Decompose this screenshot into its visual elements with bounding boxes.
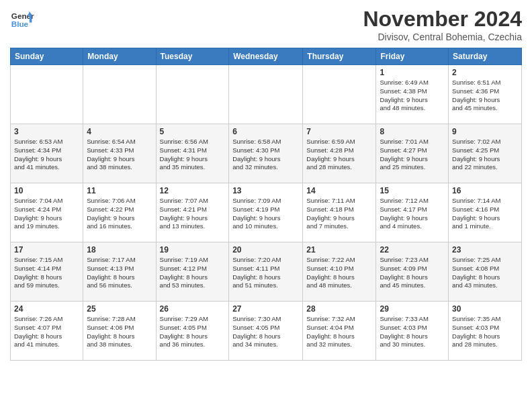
day-cell-3-0: 17Sunrise: 7:15 AM Sunset: 4:14 PM Dayli… [11,242,83,302]
day-info-18: Sunrise: 7:17 AM Sunset: 4:13 PM Dayligh… [87,256,152,290]
day-cell-2-2: 12Sunrise: 7:07 AM Sunset: 4:21 PM Dayli… [156,183,229,242]
day-cell-1-1: 4Sunrise: 6:54 AM Sunset: 4:33 PM Daylig… [83,124,156,183]
day-info-30: Sunrise: 7:35 AM Sunset: 4:03 PM Dayligh… [452,315,518,349]
day-cell-2-3: 13Sunrise: 7:09 AM Sunset: 4:19 PM Dayli… [229,183,303,242]
day-info-17: Sunrise: 7:15 AM Sunset: 4:14 PM Dayligh… [14,256,79,290]
day-cell-4-2: 26Sunrise: 7:29 AM Sunset: 4:05 PM Dayli… [156,302,229,361]
day-info-24: Sunrise: 7:26 AM Sunset: 4:07 PM Dayligh… [14,315,79,349]
day-cell-0-4 [303,65,376,124]
location: Divisov, Central Bohemia, Czechia [363,32,522,42]
day-number-5: 5 [160,127,226,136]
day-info-16: Sunrise: 7:14 AM Sunset: 4:16 PM Dayligh… [452,197,518,231]
day-number-8: 8 [380,127,445,136]
day-info-7: Sunrise: 6:59 AM Sunset: 4:28 PM Dayligh… [306,138,372,172]
day-number-1: 1 [380,68,445,77]
day-info-25: Sunrise: 7:28 AM Sunset: 4:06 PM Dayligh… [87,315,152,349]
day-info-29: Sunrise: 7:33 AM Sunset: 4:03 PM Dayligh… [380,315,445,349]
day-cell-0-5: 1Sunrise: 6:49 AM Sunset: 4:38 PM Daylig… [376,65,449,124]
day-number-13: 13 [232,186,299,195]
week-row-0: 1Sunrise: 6:49 AM Sunset: 4:38 PM Daylig… [11,65,522,124]
calendar-header-row: Sunday Monday Tuesday Wednesday Thursday… [11,48,522,65]
day-info-11: Sunrise: 7:06 AM Sunset: 4:22 PM Dayligh… [87,197,152,231]
week-row-2: 10Sunrise: 7:04 AM Sunset: 4:24 PM Dayli… [11,183,522,242]
day-info-1: Sunrise: 6:49 AM Sunset: 4:38 PM Dayligh… [380,79,445,113]
day-cell-4-0: 24Sunrise: 7:26 AM Sunset: 4:07 PM Dayli… [11,302,83,361]
day-cell-3-3: 20Sunrise: 7:20 AM Sunset: 4:11 PM Dayli… [229,242,303,302]
day-number-15: 15 [380,186,445,195]
day-number-23: 23 [452,245,518,255]
day-cell-3-4: 21Sunrise: 7:22 AM Sunset: 4:10 PM Dayli… [303,242,376,302]
day-number-29: 29 [380,304,445,314]
day-number-16: 16 [452,186,518,195]
day-cell-0-0 [11,65,83,124]
day-cell-3-5: 22Sunrise: 7:23 AM Sunset: 4:09 PM Dayli… [376,242,449,302]
week-row-1: 3Sunrise: 6:53 AM Sunset: 4:34 PM Daylig… [11,124,522,183]
logo: General Blue [10,7,34,31]
header-thursday: Thursday [303,48,376,65]
day-number-12: 12 [160,186,226,195]
page-header: General Blue November 2024 Divisov, Cent… [10,7,522,42]
day-cell-0-3 [229,65,303,124]
day-info-13: Sunrise: 7:09 AM Sunset: 4:19 PM Dayligh… [232,197,299,231]
day-cell-1-0: 3Sunrise: 6:53 AM Sunset: 4:34 PM Daylig… [11,124,83,183]
day-cell-1-6: 9Sunrise: 7:02 AM Sunset: 4:25 PM Daylig… [449,124,522,183]
day-cell-4-1: 25Sunrise: 7:28 AM Sunset: 4:06 PM Dayli… [83,302,156,361]
day-number-21: 21 [306,245,372,255]
day-info-20: Sunrise: 7:20 AM Sunset: 4:11 PM Dayligh… [232,256,299,290]
day-number-27: 27 [232,304,299,314]
day-number-9: 9 [452,127,518,136]
day-info-23: Sunrise: 7:25 AM Sunset: 4:08 PM Dayligh… [452,256,518,290]
header-sunday: Sunday [11,48,83,65]
day-cell-2-0: 10Sunrise: 7:04 AM Sunset: 4:24 PM Dayli… [11,183,83,242]
header-tuesday: Tuesday [156,48,229,65]
header-wednesday: Wednesday [229,48,303,65]
day-info-28: Sunrise: 7:32 AM Sunset: 4:04 PM Dayligh… [306,315,372,349]
day-number-22: 22 [380,245,445,255]
day-info-22: Sunrise: 7:23 AM Sunset: 4:09 PM Dayligh… [380,256,445,290]
day-info-27: Sunrise: 7:30 AM Sunset: 4:05 PM Dayligh… [232,315,299,349]
logo-icon: General Blue [10,7,34,31]
day-number-20: 20 [232,245,299,255]
day-cell-1-2: 5Sunrise: 6:56 AM Sunset: 4:31 PM Daylig… [156,124,229,183]
day-cell-4-3: 27Sunrise: 7:30 AM Sunset: 4:05 PM Dayli… [229,302,303,361]
day-info-26: Sunrise: 7:29 AM Sunset: 4:05 PM Dayligh… [160,315,226,349]
day-number-18: 18 [87,245,152,255]
day-info-10: Sunrise: 7:04 AM Sunset: 4:24 PM Dayligh… [14,197,79,231]
calendar: Sunday Monday Tuesday Wednesday Thursday… [10,48,522,361]
day-cell-4-6: 30Sunrise: 7:35 AM Sunset: 4:03 PM Dayli… [449,302,522,361]
month-year: November 2024 [363,7,522,32]
day-info-3: Sunrise: 6:53 AM Sunset: 4:34 PM Dayligh… [14,138,79,172]
day-number-25: 25 [87,304,152,314]
week-row-4: 24Sunrise: 7:26 AM Sunset: 4:07 PM Dayli… [11,302,522,361]
day-info-2: Sunrise: 6:51 AM Sunset: 4:36 PM Dayligh… [452,79,518,113]
day-number-3: 3 [14,127,79,136]
day-info-15: Sunrise: 7:12 AM Sunset: 4:17 PM Dayligh… [380,197,445,231]
day-info-9: Sunrise: 7:02 AM Sunset: 4:25 PM Dayligh… [452,138,518,172]
day-number-2: 2 [452,68,518,77]
day-cell-2-4: 14Sunrise: 7:11 AM Sunset: 4:18 PM Dayli… [303,183,376,242]
day-cell-4-5: 29Sunrise: 7:33 AM Sunset: 4:03 PM Dayli… [376,302,449,361]
day-info-12: Sunrise: 7:07 AM Sunset: 4:21 PM Dayligh… [160,197,226,231]
day-number-10: 10 [14,186,79,195]
day-cell-4-4: 28Sunrise: 7:32 AM Sunset: 4:04 PM Dayli… [303,302,376,361]
day-number-14: 14 [306,186,372,195]
day-number-19: 19 [160,245,226,255]
header-monday: Monday [83,48,156,65]
svg-text:Blue: Blue [11,19,29,28]
day-cell-3-6: 23Sunrise: 7:25 AM Sunset: 4:08 PM Dayli… [449,242,522,302]
day-number-11: 11 [87,186,152,195]
header-saturday: Saturday [449,48,522,65]
day-info-21: Sunrise: 7:22 AM Sunset: 4:10 PM Dayligh… [306,256,372,290]
title-section: November 2024 Divisov, Central Bohemia, … [363,7,522,42]
day-cell-2-6: 16Sunrise: 7:14 AM Sunset: 4:16 PM Dayli… [449,183,522,242]
header-friday: Friday [376,48,449,65]
day-cell-0-1 [83,65,156,124]
day-cell-0-2 [156,65,229,124]
day-cell-0-6: 2Sunrise: 6:51 AM Sunset: 4:36 PM Daylig… [449,65,522,124]
day-info-14: Sunrise: 7:11 AM Sunset: 4:18 PM Dayligh… [306,197,372,231]
day-cell-3-1: 18Sunrise: 7:17 AM Sunset: 4:13 PM Dayli… [83,242,156,302]
day-cell-1-4: 7Sunrise: 6:59 AM Sunset: 4:28 PM Daylig… [303,124,376,183]
day-number-17: 17 [14,245,79,255]
day-cell-1-3: 6Sunrise: 6:58 AM Sunset: 4:30 PM Daylig… [229,124,303,183]
day-info-8: Sunrise: 7:01 AM Sunset: 4:27 PM Dayligh… [380,138,445,172]
